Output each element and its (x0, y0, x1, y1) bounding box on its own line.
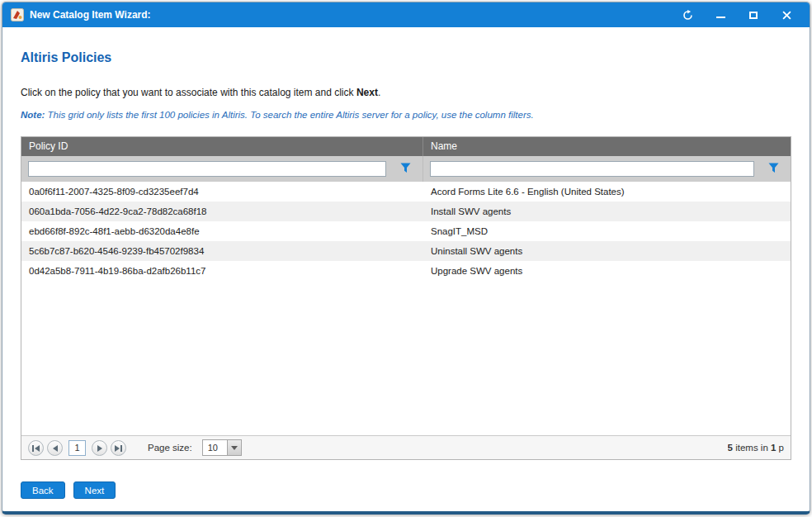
chevron-down-icon (231, 446, 238, 450)
title-bar: New Catalog Item Wizard: (2, 2, 810, 27)
policy-name-cell: Uninstall SWV agents (423, 241, 791, 261)
minimize-icon[interactable] (714, 8, 727, 21)
note-text: Note: This grid only lists the first 100… (21, 110, 791, 120)
wizard-navigation: Back Next (21, 481, 791, 499)
page-size-dropdown-button[interactable] (228, 439, 242, 456)
app-icon (10, 8, 24, 22)
table-row[interactable]: 0a0f6f11-2007-4325-8f09-cd3235eef7d4 Aco… (21, 182, 791, 202)
current-page-box[interactable]: 1 (68, 440, 86, 456)
policy-id-filter-input[interactable] (28, 161, 386, 177)
instruction-suffix: . (378, 87, 380, 98)
note-body: This grid only lists the first 100 polic… (45, 110, 533, 120)
page-size-dropdown[interactable]: 10 (202, 439, 242, 456)
wizard-window: New Catalog Item Wizard: Altiris Policie… (2, 2, 810, 515)
pagination-bar: 1 Page size: 10 (21, 435, 791, 459)
name-filter-cell (423, 156, 791, 182)
next-button[interactable]: Next (73, 481, 116, 499)
instruction-prefix: Click on the policy that you want to ass… (21, 87, 356, 98)
note-label: Note: (21, 110, 45, 120)
policy-name-cell: Acord Forms Lite 6.6 - English (United S… (423, 182, 791, 202)
policy-name-cell: Upgrade SWV agents (423, 261, 791, 281)
policy-id-cell: 0d42a5b8-7911-4b19-86ba-d2afb26b11c7 (21, 261, 423, 281)
page-title: Altiris Policies (21, 50, 791, 65)
maximize-icon[interactable] (747, 8, 760, 21)
name-filter-button[interactable] (764, 160, 782, 178)
name-filter-input[interactable] (430, 161, 754, 177)
policy-id-cell: 060a1bda-7056-4d22-9ca2-78d82ca68f18 (21, 202, 423, 221)
close-icon[interactable] (780, 8, 793, 21)
page-size-value[interactable]: 10 (202, 439, 228, 456)
grid-rows: 0a0f6f11-2007-4325-8f09-cd3235eef7d4 Aco… (21, 182, 791, 435)
funnel-icon (768, 163, 779, 176)
prev-page-button[interactable] (47, 440, 63, 456)
refresh-icon[interactable] (681, 8, 694, 21)
policy-id-cell: ebd66f8f-892c-48f1-aebb-d6320da4e8fe (21, 221, 423, 241)
column-header-policy-id[interactable]: Policy ID (21, 137, 423, 156)
last-page-icon (115, 442, 122, 454)
items-summary: 5 items in 1 p (728, 443, 784, 453)
instruction-bold: Next (356, 87, 378, 98)
policy-name-cell: SnagIT_MSD (423, 221, 791, 241)
last-page-button[interactable] (111, 440, 126, 456)
table-row[interactable]: ebd66f8f-892c-48f1-aebb-d6320da4e8fe Sna… (21, 221, 791, 241)
next-page-icon (97, 442, 102, 454)
wizard-content: Altiris Policies Click on the policy tha… (2, 27, 810, 511)
first-page-button[interactable] (28, 440, 44, 456)
back-button[interactable]: Back (21, 481, 65, 499)
table-row[interactable]: 0d42a5b8-7911-4b19-86ba-d2afb26b11c7 Upg… (21, 261, 791, 281)
table-row[interactable]: 5c6b7c87-b620-4546-9239-fb45702f9834 Uni… (21, 241, 791, 261)
policy-id-filter-button[interactable] (396, 160, 414, 178)
funnel-icon (400, 163, 411, 176)
window-controls (681, 8, 801, 21)
next-page-button[interactable] (92, 440, 107, 456)
first-page-icon (32, 442, 40, 454)
policy-name-cell: Install SWV agents (423, 202, 791, 221)
window-title: New Catalog Item Wizard: (30, 9, 151, 21)
policies-grid: Policy ID Name (21, 136, 791, 460)
column-header-name[interactable]: Name (423, 137, 791, 156)
grid-header: Policy ID Name (21, 137, 791, 156)
filter-row (21, 156, 791, 182)
policy-id-cell: 5c6b7c87-b620-4546-9239-fb45702f9834 (21, 241, 423, 261)
policy-id-cell: 0a0f6f11-2007-4325-8f09-cd3235eef7d4 (21, 182, 423, 202)
page-size-label: Page size: (148, 443, 192, 453)
policy-id-filter-cell (21, 156, 423, 182)
table-row[interactable]: 060a1bda-7056-4d22-9ca2-78d82ca68f18 Ins… (21, 202, 791, 221)
prev-page-icon (53, 442, 58, 454)
instruction-text: Click on the policy that you want to ass… (21, 87, 791, 98)
